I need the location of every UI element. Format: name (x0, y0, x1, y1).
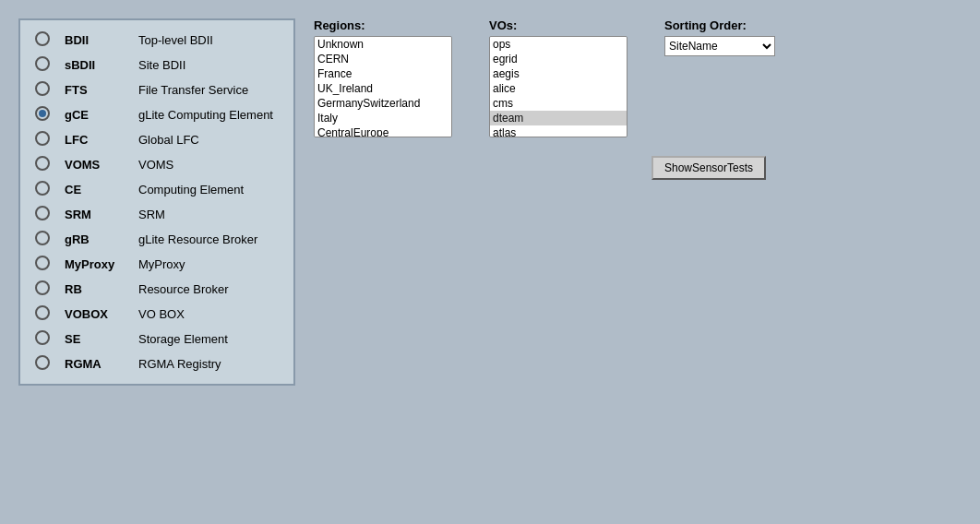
service-code: SRM (57, 202, 131, 227)
service-label: RGMA Registry (131, 351, 286, 376)
radio-cell[interactable] (28, 327, 57, 351)
service-label: SRM (131, 202, 286, 227)
service-label: Storage Element (131, 327, 286, 351)
vos-label: VOs: (489, 18, 627, 32)
service-code: sBDII (57, 53, 131, 77)
radio-circle[interactable] (35, 280, 50, 295)
sorting-order-select[interactable]: SiteNameServiceTypeRegion (664, 36, 775, 56)
service-label: Top-level BDII (131, 28, 286, 53)
service-code: gRB (57, 227, 131, 252)
radio-circle[interactable] (35, 156, 50, 171)
service-code: BDII (57, 28, 131, 53)
service-label: gLite Resource Broker (131, 227, 286, 252)
service-label: gLite Computing Element (131, 102, 286, 127)
table-row: SEStorage Element (28, 327, 286, 351)
radio-cell[interactable] (28, 177, 57, 202)
radio-cell[interactable] (28, 252, 57, 277)
table-row: VOMSVOMS (28, 152, 286, 177)
service-label: Resource Broker (131, 277, 286, 302)
radio-cell[interactable] (28, 227, 57, 252)
table-row: FTSFile Transfer Service (28, 77, 286, 102)
radio-cell[interactable] (28, 127, 57, 152)
radio-circle[interactable] (35, 256, 50, 270)
vos-group: VOs: opsegridaegisalicecmsdteamatlas (489, 18, 627, 137)
radio-circle[interactable] (35, 206, 50, 220)
radio-cell[interactable] (28, 53, 57, 77)
radio-circle[interactable] (35, 131, 50, 146)
service-label: Site BDII (131, 53, 286, 77)
service-code: LFC (57, 127, 131, 152)
service-label: VOMS (131, 152, 286, 177)
service-code: RB (57, 277, 131, 302)
right-panel: Regions: UnknownCERNFranceUK_IrelandGerm… (314, 18, 775, 180)
service-label: MyProxy (131, 252, 286, 277)
service-code: SE (57, 327, 131, 351)
sorting-order-label: Sorting Order: (664, 18, 775, 32)
radio-circle[interactable] (35, 355, 50, 370)
service-label: VO BOX (131, 302, 286, 327)
radio-circle[interactable] (35, 106, 50, 121)
service-label: Computing Element (131, 177, 286, 202)
service-label: File Transfer Service (131, 77, 286, 102)
regions-select[interactable]: UnknownCERNFranceUK_IrelandGermanySwitze… (314, 36, 452, 137)
service-code: VOMS (57, 152, 131, 177)
table-row: CEComputing Element (28, 177, 286, 202)
controls-row: Regions: UnknownCERNFranceUK_IrelandGerm… (314, 18, 775, 137)
radio-cell[interactable] (28, 202, 57, 227)
show-sensor-tests-button[interactable]: ShowSensorTests (651, 156, 766, 180)
bottom-row: ShowSensorTests (314, 156, 775, 180)
table-row: MyProxyMyProxy (28, 252, 286, 277)
radio-cell[interactable] (28, 302, 57, 327)
service-code: gCE (57, 102, 131, 127)
service-code: CE (57, 177, 131, 202)
sorting-order-group: Sorting Order: SiteNameServiceTypeRegion (664, 18, 775, 56)
radio-circle[interactable] (35, 231, 50, 245)
radio-circle[interactable] (35, 81, 50, 96)
radio-circle[interactable] (35, 181, 50, 196)
radio-cell[interactable] (28, 152, 57, 177)
service-code: RGMA (57, 351, 131, 376)
service-code: VOBOX (57, 302, 131, 327)
table-row: BDIITop-level BDII (28, 28, 286, 53)
vos-select[interactable]: opsegridaegisalicecmsdteamatlas (489, 36, 627, 137)
radio-circle[interactable] (35, 305, 50, 320)
regions-label: Regions: (314, 18, 452, 32)
table-row: SRMSRM (28, 202, 286, 227)
table-row: gRBgLite Resource Broker (28, 227, 286, 252)
service-table-box: BDIITop-level BDIIsBDIISite BDIIFTSFile … (18, 18, 295, 386)
table-row: RBResource Broker (28, 277, 286, 302)
radio-circle[interactable] (35, 56, 50, 71)
table-row: LFCGlobal LFC (28, 127, 286, 152)
service-code: FTS (57, 77, 131, 102)
service-table: BDIITop-level BDIIsBDIISite BDIIFTSFile … (28, 28, 286, 376)
table-row: gCEgLite Computing Element (28, 102, 286, 127)
radio-cell[interactable] (28, 277, 57, 302)
service-code: MyProxy (57, 252, 131, 277)
table-row: VOBOXVO BOX (28, 302, 286, 327)
radio-cell[interactable] (28, 102, 57, 127)
regions-group: Regions: UnknownCERNFranceUK_IrelandGerm… (314, 18, 452, 137)
radio-circle[interactable] (35, 31, 50, 46)
radio-cell[interactable] (28, 77, 57, 102)
radio-cell[interactable] (28, 351, 57, 376)
radio-cell[interactable] (28, 28, 57, 53)
radio-circle[interactable] (35, 330, 50, 345)
table-row: sBDIISite BDII (28, 53, 286, 77)
main-container: BDIITop-level BDIIsBDIISite BDIIFTSFile … (9, 9, 971, 395)
service-label: Global LFC (131, 127, 286, 152)
table-row: RGMARGMA Registry (28, 351, 286, 376)
